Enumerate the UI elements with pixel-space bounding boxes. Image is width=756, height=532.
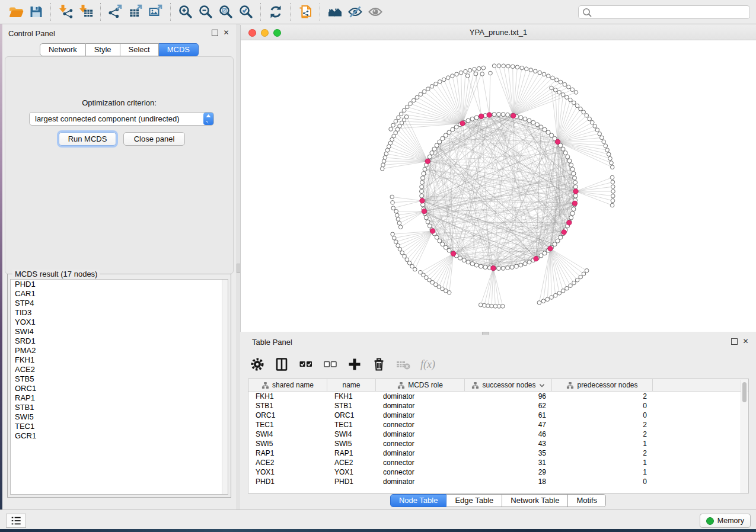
table-cell[interactable]: 29 [465, 467, 552, 477]
task-history-button[interactable] [6, 514, 26, 528]
graph-node[interactable] [559, 80, 563, 84]
graph-hub-node[interactable] [548, 246, 553, 251]
table-cell[interactable]: dominator [376, 430, 465, 439]
toolbar-export-table-button[interactable] [126, 3, 146, 21]
graph-node[interactable] [497, 305, 501, 309]
mcds-result-item[interactable]: STP4 [11, 299, 228, 308]
table-row[interactable]: TEC1TEC1connector472 [248, 420, 748, 430]
graph-node[interactable] [561, 147, 565, 151]
toolbar-hide-details-button[interactable] [345, 3, 365, 21]
graph-node[interactable] [458, 256, 462, 260]
graph-node[interactable] [405, 258, 409, 262]
table-cell[interactable]: YOX1 [248, 467, 327, 477]
mcds-result-item[interactable]: CAR1 [11, 289, 228, 299]
table-panel-close-icon[interactable]: ✕ [742, 338, 749, 345]
table-cell[interactable]: 0 [552, 401, 653, 411]
graph-node[interactable] [396, 217, 400, 222]
table-cell[interactable]: connector [376, 439, 465, 448]
graph-node[interactable] [473, 68, 477, 72]
table-cell[interactable]: TEC1 [327, 420, 376, 430]
tab-node-table[interactable]: Node Table [390, 494, 447, 507]
graph-node[interactable] [389, 127, 393, 132]
graph-node[interactable] [574, 91, 578, 95]
tab-style[interactable]: Style [86, 43, 120, 56]
table-cell[interactable]: STB1 [327, 401, 376, 411]
graph-node[interactable] [384, 152, 388, 156]
graph-node[interactable] [611, 190, 615, 194]
graph-node[interactable] [451, 127, 455, 132]
mcds-result-item[interactable]: FKH1 [11, 355, 228, 365]
graph-node[interactable] [602, 140, 606, 144]
graph-node[interactable] [582, 110, 586, 114]
table-cell[interactable]: 62 [465, 401, 552, 411]
graph-node[interactable] [447, 130, 451, 134]
graph-node[interactable] [604, 144, 608, 148]
graph-node[interactable] [468, 68, 472, 72]
graph-node[interactable] [412, 98, 416, 102]
table-cell[interactable]: 46 [465, 430, 552, 439]
graph-node[interactable] [420, 190, 424, 194]
graph-node[interactable] [561, 93, 565, 97]
table-row[interactable]: STB1STB1dominator620 [248, 401, 748, 411]
graph-node[interactable] [426, 220, 430, 224]
graph-node[interactable] [413, 267, 417, 271]
table-toolbar-add-button[interactable] [346, 355, 363, 373]
table-toolbar-gear-button[interactable] [248, 355, 266, 373]
mcds-result-item[interactable]: SWI5 [11, 412, 228, 422]
graph-node[interactable] [479, 303, 483, 307]
table-cell[interactable]: 1 [552, 458, 653, 467]
graph-node[interactable] [438, 239, 442, 243]
graph-node[interactable] [502, 64, 506, 68]
graph-hub-node[interactable] [534, 257, 538, 261]
graph-node[interactable] [550, 296, 554, 300]
graph-node[interactable] [497, 64, 501, 68]
graph-node[interactable] [541, 299, 546, 303]
graph-node[interactable] [585, 269, 589, 273]
graph-node[interactable] [441, 136, 445, 140]
toolbar-zoom-in-button[interactable] [176, 3, 196, 21]
graph-node[interactable] [569, 98, 573, 102]
graph-node[interactable] [557, 291, 562, 296]
table-toolbar-deselect-all-button[interactable] [321, 355, 339, 373]
graph-node[interactable] [483, 265, 487, 270]
toolbar-zoom-selected-button[interactable] [236, 3, 256, 21]
toolbar-export-image-button[interactable] [146, 3, 166, 21]
graph-node[interactable] [492, 64, 496, 68]
graph-node[interactable] [573, 185, 578, 189]
graph-node[interactable] [501, 113, 505, 117]
graph-node[interactable] [490, 304, 494, 308]
graph-node[interactable] [610, 203, 614, 207]
graph-node[interactable] [570, 211, 575, 216]
table-cell[interactable]: dominator [376, 477, 465, 486]
graph-node[interactable] [608, 156, 613, 161]
table-cell[interactable]: FKH1 [327, 392, 376, 401]
graph-hub-node[interactable] [555, 139, 560, 144]
graph-node[interactable] [585, 114, 589, 118]
tab-mcds[interactable]: MCDS [159, 43, 199, 56]
graph-node[interactable] [403, 254, 407, 258]
graph-node[interactable] [390, 195, 394, 199]
graph-node[interactable] [524, 67, 528, 71]
optimization-select[interactable]: largest connected component (undirected) [29, 112, 214, 126]
graph-node[interactable] [579, 275, 583, 279]
graph-node[interactable] [582, 272, 586, 276]
table-cell[interactable]: connector [376, 467, 465, 477]
table-cell[interactable]: SWI5 [248, 439, 327, 448]
graph-hub-node[interactable] [460, 121, 465, 126]
column-header-shared-name[interactable]: shared name [248, 379, 327, 391]
table-cell[interactable]: PHD1 [248, 477, 327, 486]
tab-edge-table[interactable]: Edge Table [446, 494, 502, 507]
tab-network[interactable]: Network [40, 43, 86, 56]
table-cell[interactable]: 0 [552, 477, 653, 486]
graph-hub-node[interactable] [479, 114, 484, 118]
graph-node[interactable] [447, 291, 451, 295]
graph-node[interactable] [543, 127, 547, 132]
graph-node[interactable] [527, 118, 531, 123]
graph-node[interactable] [569, 163, 573, 167]
table-cell[interactable]: STB1 [248, 401, 327, 411]
graph-hub-node[interactable] [562, 230, 566, 235]
column-header-successor-nodes[interactable]: successor nodes [465, 379, 552, 391]
graph-node[interactable] [459, 71, 463, 75]
graph-node[interactable] [422, 172, 426, 176]
table-row[interactable]: SWI4SWI4dominator462 [248, 430, 748, 439]
